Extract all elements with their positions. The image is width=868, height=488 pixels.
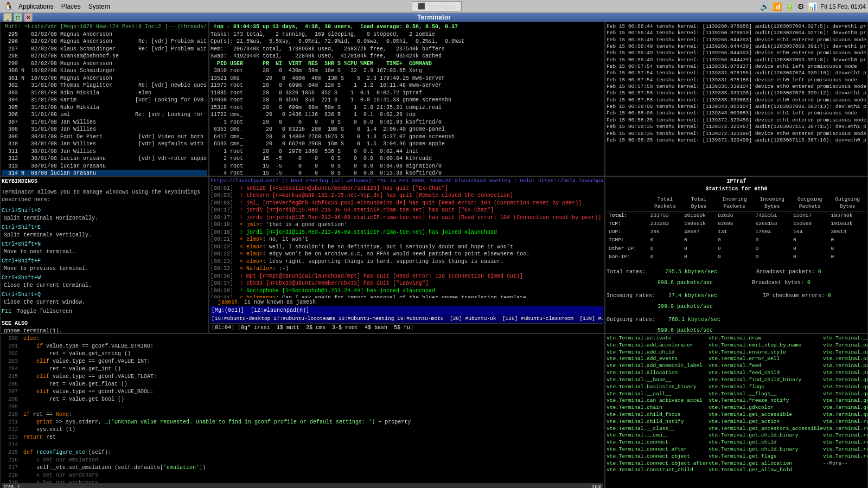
iptraf-other-tp: 0 <box>648 245 682 253</box>
settings-icon[interactable]: ⚙ <box>797 2 805 11</box>
kb-action: Move to next terminal. <box>4 249 75 255</box>
irc-line: [00:22] < elmo>: well, I shouldn't be so… <box>210 243 603 251</box>
keybinding-item: Ctrl+Shift+P Move to previous terminal. <box>2 258 207 273</box>
api-line: vte.Terminal.basicsize_binary <box>607 384 709 391</box>
iptraf-icmp-op: 0 <box>791 236 828 244</box>
applications-menu[interactable]: Applications <box>15 2 57 11</box>
iptraf-udp-ib: 17904 <box>754 228 791 236</box>
api-line: vte.Terminal.__flags__ <box>709 391 823 398</box>
keybinding-item: Ctrl+Shift+E Split terminals Vertically. <box>2 224 207 239</box>
api-line: vte.Terminal.connect_object_after <box>607 460 709 467</box>
sysstat-row: 13521 cms_ 20 0 460m 46m 13m S 5 2.3 179… <box>210 75 603 82</box>
sysstat-row: 15318 root 20 0 699m 68m 50m S 1 2.8 21:… <box>210 104 603 112</box>
volume-icon[interactable]: 🔊 <box>760 2 769 11</box>
kb-shortcut: Ctrl+Shift+N <box>2 241 41 247</box>
taskbar: 🐧 Applications Places System ⬛ Terminato… <box>0 0 868 13</box>
iptraf-total-tp: 233753 <box>648 211 682 220</box>
sysstat-header: top - 01:04:35 up 13 days, 4:38, 10 user… <box>210 23 603 31</box>
kernel-line: Feb 15 00:58:35 tenshu kernel: [1139372.… <box>607 124 866 130</box>
api-line: vte.Terminal.find_child_binary <box>709 377 823 384</box>
iptraf-outgoing-rates: Outgoing rates: 768.1 kbytes/sec <box>607 316 866 324</box>
kernel-log-pane[interactable]: Feb 15 00:56:44 tenshu kernel: [1139260.… <box>605 22 868 176</box>
taskbar-window-label: Terminator <box>427 3 456 10</box>
maximize-button[interactable]: □ <box>14 13 22 22</box>
iptraf-total-rates: Total rates: 795.5 kbytes/sec Broadcast … <box>607 268 866 276</box>
api-line: vte.Terminal.get_action <box>709 419 823 426</box>
iptraf-incoming-rates2: 399.0 packets/sec <box>607 303 866 311</box>
network-icon[interactable]: 📶 <box>773 2 782 11</box>
keybindings-pane: KEYBINDINGS Terminator allows you to man… <box>0 176 209 333</box>
api-line: vte.Terminal.remove_accelerator <box>823 453 868 460</box>
iptraf-tcp-ip: 82695 <box>716 220 753 228</box>
see-also-content: gnome-terminal(1). <box>4 328 207 333</box>
irc-pane[interactable]: https://launchpad.net/ || Next meeting (… <box>209 176 605 333</box>
api-line: vte.Terminal.add_accelerator <box>607 342 709 349</box>
kernel-line: Feb 15 00:58:35 tenshu kernel: [1139372.… <box>607 137 866 144</box>
api-line: vte.Terminal.get_child <box>709 439 823 446</box>
iptraf-label: Other IP: <box>607 245 648 253</box>
iptraf-nonip-ib: 0 <box>754 253 791 261</box>
terminal-content: Mutt: =Lists/vdr [Msgs:1079 New:174 Post… <box>0 22 868 488</box>
kernel-line: Feb 15 00:56:49 tenshu kernel: [1139266.… <box>607 57 866 63</box>
api-line: vte.Terminal.feed <box>709 363 823 370</box>
taskbar-center: ⬛ Terminator <box>117 1 757 11</box>
sysstat-pane[interactable]: top - 01:04:35 up 13 days, 4:38, 10 user… <box>209 22 605 176</box>
iptraf-row-nonip: Non-IP: 0 0 0 0 0 0 <box>607 253 866 261</box>
sysstat-row: 11573 root 20 0 699m 64m 12m S 1 1.2 10:… <box>210 82 603 89</box>
irc-line: [00:01] ! seb128 [n=sebastien@ubuntu/mem… <box>210 185 603 192</box>
api-line: vte.Terminal.feed_child <box>709 370 823 377</box>
api-line: vte.Terminal.can_activate_accel <box>607 397 709 404</box>
places-menu[interactable]: Places <box>58 2 84 11</box>
ip-checksum-val: 0 <box>828 293 831 299</box>
monitor-icon[interactable]: 📊 <box>808 2 817 11</box>
kernel-line: Feb 15 00:56:44 tenshu kernel: [1139260.… <box>607 30 866 36</box>
api-list-pane[interactable]: vte.Terminal.activate vte.Terminal.add_a… <box>605 333 868 488</box>
title-bar: _ □ ✕ Terminator <box>0 13 868 22</box>
code-line: 210 if ret == None: <box>2 411 603 419</box>
system-menu[interactable]: System <box>85 2 113 11</box>
keybinding-item: Ctrl+Shift+O Split terminals Horizontall… <box>2 207 207 222</box>
api-line: vte.Terminal.region_intersect <box>823 439 868 446</box>
sysstat-row: 4 root 15 -5 0 0 0 S 0 0.0 0:13.38 ksoft… <box>210 170 603 176</box>
iptraf-col-ib: IncomingBytes <box>754 195 791 211</box>
close-button[interactable]: ✕ <box>24 13 33 22</box>
incoming-rate1: 27.4 kbytes/sec <box>668 293 717 299</box>
code-editor-pane[interactable]: 200 else: 201 if value.type == gconf.VAL… <box>0 333 605 488</box>
total-rate2: 998.6 packets/sec <box>658 280 713 286</box>
api-line: vte.Terminal.queue_draw <box>823 391 868 398</box>
sysstat-row: 3 root 15 -5 0 0 0 S 0 0.0 0:04.08 migra… <box>210 163 603 170</box>
iptraf-label: UDP: <box>607 228 648 236</box>
irc-line: [00:36] ! mpt [n=mpt@canonical/launchpad… <box>210 273 603 280</box>
kb-action: Split terminals Vertically. <box>4 232 92 238</box>
code-line: 218 # Set our wordchars <box>2 472 603 479</box>
irc-line: [00:22] < elmo>: edgy won't be on archiv… <box>210 251 603 258</box>
irc-channel-bar: [Mg:(6e1)] [12:#launchpad(H)] <box>210 306 603 315</box>
api-col-3: vte.Terminal.__new__ vte.Terminal.parent… <box>823 335 868 488</box>
iptraf-total-ib: 7425351 <box>754 211 791 220</box>
sysstat-mem: Mem: 2067340k total, 1738968k used, 2683… <box>210 46 603 53</box>
iptraf-row-total: Total: 233753 201160k 82826 7425351 1504… <box>607 211 866 220</box>
email-pane[interactable]: Mutt: =Lists/vdr [Msgs:1079 New:174 Post… <box>0 22 209 176</box>
iptraf-udp-ob: 30613 <box>828 228 866 236</box>
irc-input-line[interactable]: [01:04] [0g* irssi 1$ mutt 2$ cms 3-$ ro… <box>210 323 603 332</box>
irc-line: [00:17] ! jordi [n=jordi@115.Red-213-96-… <box>210 214 603 222</box>
iptraf-other-ip: 0 <box>716 245 753 253</box>
broadcast-label: Broadcast packets: <box>756 269 815 275</box>
broadcast-val: 0 <box>818 269 821 275</box>
code-line: 215 elif value.type == gconf.VALUE_FLOAT… <box>2 373 603 381</box>
kernel-line: Feb 15 00:56:49 tenshu kernel: [1139266.… <box>607 37 866 43</box>
kb-shortcut: F11 <box>2 309 11 314</box>
terminator-taskbar-btn[interactable]: ⬛ Terminator <box>412 1 462 11</box>
iptraf-col-ip: IncomingPackets <box>716 195 753 211</box>
incoming-rate2: 399.0 packets/sec <box>658 304 713 310</box>
api-line: vte.Terminal.allocation <box>607 370 709 377</box>
iptraf-incoming-rates: Incoming rates: 27.4 kbytes/sec IP check… <box>607 292 866 300</box>
power-icon[interactable]: 🔋 <box>785 2 794 11</box>
api-more: --More-- <box>823 460 868 467</box>
sysstat-row: 2 root 15 -5 0 0 0 S 0 0.0 0:00.04 kthre… <box>210 155 603 163</box>
minimize-button[interactable]: _ <box>3 13 12 22</box>
total-rates-label: Total rates: <box>607 269 646 275</box>
iptraf-icmp-ip: 0 <box>716 236 753 244</box>
kb-action: Split terminals Horizontally. <box>4 215 98 221</box>
sysstat-tasks: Tasks: 173 total, 2 running, 169 sleepin… <box>210 31 603 38</box>
